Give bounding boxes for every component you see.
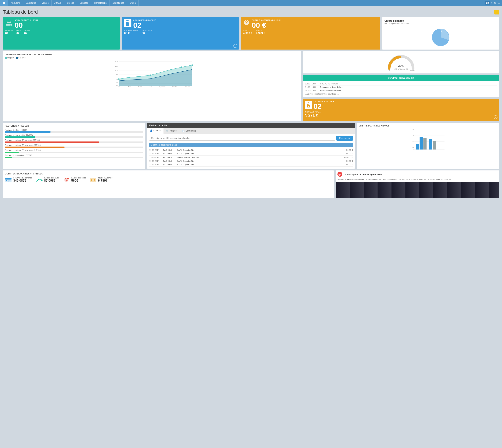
nav-item-services[interactable]: Services	[77, 0, 91, 6]
ca-jour-card: CHIFFRE D'AFFAIRES DU JOUR 00 € MOIS 4 3…	[241, 17, 380, 49]
nav-item-annuaire[interactable]: Annuaire	[8, 0, 23, 6]
svg-text:Novem.: Novem.	[185, 86, 191, 88]
svg-text:15K: 15K	[115, 61, 118, 63]
doc-icon: 📄	[182, 130, 185, 132]
compte-cheques: CAISSE CHEQUES 87 098€	[36, 177, 60, 183]
factures-arrow[interactable]: ›	[494, 115, 498, 119]
svg-rect-49	[429, 139, 432, 149]
compte-telecollectes: TELECOLLECTES 6 789€	[90, 177, 113, 183]
ca-text: CHIFFRE D'AFFAIRES DU JOUR 00 €	[252, 19, 281, 29]
clients-label: NOUV. CLIENTS DU JOUR	[15, 19, 38, 21]
agenda-card: Vendredi 13 Novembre 12:00 - 13:00 RDV A…	[303, 75, 499, 97]
svg-text:12K: 12K	[115, 65, 118, 67]
svg-text:Juillet: Juillet	[138, 86, 142, 88]
compte-bancaires: COMPTES BANCAIRES 345 087€	[5, 177, 32, 183]
annual-title: CHIFFRE D'AFFAIRES ANNUEL	[359, 125, 497, 127]
dashboard: NOUV. CLIENTS DU JOUR 00 SEMAINE 01 MOIS…	[3, 17, 499, 198]
news-image	[336, 182, 499, 198]
svg-rect-47	[420, 137, 423, 149]
nav-item-outils[interactable]: Outils	[127, 0, 138, 6]
svg-text:€: €	[66, 179, 67, 181]
doc-row-3: 11-11-2014 FAC-90k0 SARL Dupont & Fils 5…	[149, 159, 353, 163]
navigation: Annuaire Catalogue Ventes Achats Stocks …	[0, 0, 502, 6]
page-content: Tableau de bord NOUV. CLIENTS DU JOUR 00	[0, 6, 502, 200]
comptes-title: COMPTES BANCAIRES et CAISSES	[5, 173, 332, 175]
compte-especes: € ! CAISSE ESPECES 560€	[63, 177, 86, 183]
doc-row-1: 11-11-2014 FAC-90k0 SARL Dupont & Fils 5…	[149, 152, 353, 156]
factures-text: FACTURES À RÉGLER 02	[313, 101, 334, 110]
clients-value: 00	[15, 22, 38, 29]
news-title: La sauvegarde de données profession...	[344, 173, 384, 176]
svg-text:2K: 2K	[116, 82, 118, 83]
svg-text:!: !	[68, 178, 68, 179]
line-chart-svg: 15K 12K 10K 7K 5K 2K 0K	[5, 60, 299, 88]
svg-text:Objectif Commercial: Objectif Commercial	[395, 68, 408, 70]
line-chart-card: CHIFFRE D'AFFAIRES PAR CENTRE DE PROFIT …	[3, 51, 301, 121]
nav-home[interactable]	[0, 0, 8, 6]
tab-documents[interactable]: 📄 Documents	[179, 128, 199, 134]
svg-rect-55	[6, 180, 7, 181]
nav-item-achats[interactable]: Achats	[52, 0, 64, 6]
refresh-icon[interactable]: ↻	[494, 1, 496, 4]
gauge-card: 33% Objectif Commercial 0 80 000 €	[303, 51, 499, 73]
tab-articles[interactable]: 🛒 Articles	[164, 128, 179, 134]
doc-row-4: 11-11-2014 FAC-90k0 SARL Dupont & Fils 5…	[149, 163, 353, 167]
bottom-row: FACTURES À RÉGLER Factures à éditer (43/…	[3, 123, 499, 169]
svg-text:2006: 2006	[419, 151, 423, 151]
svg-text:10K: 10K	[115, 70, 118, 71]
rechercher-button[interactable]: Rechercher	[336, 136, 353, 141]
comptes-row: COMPTES BANCAIRES 345 087€	[5, 177, 332, 183]
svg-text:Octobre: Octobre	[172, 86, 177, 88]
page-title: Tableau de bord	[3, 9, 38, 15]
tab-contact[interactable]: 👤 Contact	[147, 128, 163, 134]
right-col: 33% Objectif Commercial 0 80 000 € Vendr…	[303, 51, 499, 121]
page-header: Tableau de bord	[3, 7, 499, 17]
svg-text:75: 75	[412, 135, 414, 136]
fac-box: FAC	[305, 101, 312, 109]
recherche-tabs: 👤 Contact 🛒 Articles 📄 Documents	[147, 128, 355, 134]
factures-bars: Factures à éditer (43/130) Factures en e…	[5, 129, 143, 158]
gauge-svg: 33% Objectif Commercial 0 80 000 €	[385, 53, 417, 71]
nav-item-statistiques[interactable]: Statistiques	[110, 0, 127, 6]
clients-sub: SEMAINE 01 MOIS 02 ANNÉE 02	[5, 30, 118, 35]
info-icon[interactable]: ℹ	[491, 1, 492, 4]
svg-text:25: 25	[412, 146, 414, 148]
gplus-icon: g+	[337, 172, 342, 177]
especes-info: CAISSE ESPECES 560€	[71, 177, 86, 182]
recherche-input-row: Rechercher	[149, 136, 353, 141]
svg-point-24	[191, 64, 193, 66]
news-body: Assurer la parfaite conservation de vos …	[336, 178, 499, 182]
recherche-input[interactable]	[149, 136, 335, 141]
menu-icon[interactable]: ☰	[498, 1, 500, 4]
nouveaux-clients-card: NOUV. CLIENTS DU JOUR 00 SEMAINE 01 MOIS…	[3, 17, 120, 49]
nav-item-comptabilite[interactable]: Comptabilité	[91, 0, 110, 6]
nav-item-stocks[interactable]: Stocks	[64, 0, 77, 6]
nav-right: LD ℹ ↻ ☰	[485, 1, 502, 4]
svg-text:50: 50	[412, 141, 414, 142]
agenda-header: Vendredi 13 Novembre	[303, 75, 499, 81]
commandes-sub: MONTANT TOTAL 00 € À RÉALISER 00	[124, 30, 236, 35]
doc-row-0: 11-11-2014 FAC-90k0 SARL Dupont & Fils 5…	[149, 148, 353, 152]
agenda-item-1: 14:00 - 15:00 Reprendre le devis de la .…	[305, 85, 497, 89]
news-card: g+ La sauvegarde de données profession..…	[336, 170, 499, 198]
svg-point-21	[160, 72, 161, 73]
svg-text:Juin: Juin	[128, 86, 131, 88]
svg-text:33%: 33%	[398, 64, 404, 67]
doc-row-2: 11-11-2014 FAC-90k0 M et Mme Elise DUPON…	[149, 156, 353, 159]
commandes-arrow[interactable]: ›	[233, 44, 237, 48]
svg-point-20	[150, 75, 151, 76]
svg-point-22	[170, 69, 172, 70]
facture-row-4: Factures en attente 3ème relance (13/130…	[5, 149, 143, 153]
factures-card: FAC FACTURES À RÉGLER 02 MONTANT TOTAL 5…	[303, 99, 499, 121]
chart-title: CHIFFRE D'AFFAIRES PAR CENTRE DE PROFIT	[5, 53, 299, 55]
svg-point-23	[181, 66, 182, 68]
svg-rect-46	[416, 144, 419, 149]
nav-user-avatar[interactable]: LD	[485, 1, 490, 4]
nav-item-ventes[interactable]: Ventes	[39, 0, 52, 6]
clients-text: NOUV. CLIENTS DU JOUR 00	[15, 19, 38, 29]
page-badge	[494, 10, 499, 15]
nav-item-catalogue[interactable]: Catalogue	[23, 0, 39, 6]
middle-row: CHIFFRE D'AFFAIRES PAR CENTRE DE PROFIT …	[3, 51, 499, 121]
annual-chart-svg: 100 75 50 25 0	[359, 128, 497, 151]
comptes-card: COMPTES BANCAIRES et CAISSES	[3, 170, 334, 198]
